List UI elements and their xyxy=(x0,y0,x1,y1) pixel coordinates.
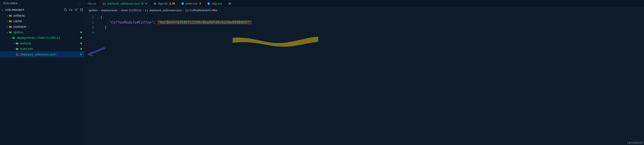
folder-row[interactable]: ›artifacts xyxy=(0,41,84,46)
folder-row[interactable]: ›artifacts xyxy=(0,13,84,18)
folder-row[interactable]: ›contracts xyxy=(0,24,84,29)
git-status-dot xyxy=(80,43,82,44)
tab-label: deployed_addresses.json xyxy=(107,2,140,5)
tab-label: nfig.cjs xyxy=(88,2,96,5)
chevron-down-icon: ⌄ xyxy=(6,31,9,34)
folder-row[interactable]: ›cache xyxy=(0,18,84,24)
tree-item-label: cache xyxy=(14,19,82,23)
svg-point-3 xyxy=(155,3,155,4)
project-actions xyxy=(64,8,83,11)
code-content[interactable]: { "CoffeeModule#Coffee": "0xC8644fA354D7… xyxy=(100,14,644,145)
css-icon: 3 xyxy=(181,2,184,5)
react-icon xyxy=(154,2,156,5)
tab[interactable]: { }deployed_addresses.jsonU✕ xyxy=(100,0,150,7)
tab[interactable] xyxy=(225,0,232,7)
folder-icon xyxy=(9,25,12,28)
chevron-right-icon: › xyxy=(99,9,100,12)
close-icon[interactable]: ✕ xyxy=(145,2,147,5)
tree-item-label: artifacts xyxy=(20,42,80,45)
svg-text:{ }: { } xyxy=(146,9,148,12)
refresh-icon[interactable] xyxy=(75,8,78,11)
tree-item-label: ignition xyxy=(14,30,80,34)
chevron-right-icon: › xyxy=(13,48,16,50)
tree-item-label: contracts xyxy=(14,25,82,29)
tab-label: App.tsx xyxy=(158,2,168,5)
svg-text:abc: abc xyxy=(186,10,188,11)
more-icon[interactable]: ··· xyxy=(78,2,81,5)
css-icon: 3 xyxy=(207,2,210,5)
json-icon: { } xyxy=(145,9,148,12)
breadcrumb: ignition›deployments›chain-11155111›{ }d… xyxy=(84,8,644,14)
breadcrumb-segment[interactable]: CoffeeModule#Coffee xyxy=(190,9,218,12)
tree-item-label: build-info xyxy=(20,47,80,51)
project-name: VITE-PROJECT xyxy=(5,9,24,11)
explorer-header: EXPLORER ··· xyxy=(0,0,84,7)
new-file-icon[interactable] xyxy=(64,8,67,11)
project-header[interactable]: ⌄ VITE-PROJECT xyxy=(0,7,84,13)
breadcrumb-segment[interactable]: deployments xyxy=(101,9,118,12)
tab[interactable]: 3index.css3 xyxy=(178,0,204,7)
tree-item-label: deployed_addresses.json xyxy=(20,53,80,56)
chevron-right-icon: › xyxy=(6,25,9,28)
explorer-sidebar: EXPLORER ··· ⌄ VITE-PROJECT ›artifacts›c… xyxy=(0,0,84,145)
chevron-right-icon: › xyxy=(6,14,9,17)
folder-row[interactable]: ⌄deployments / chain-11155111 xyxy=(0,35,84,41)
new-folder-icon[interactable] xyxy=(69,8,72,11)
react-icon xyxy=(228,2,231,5)
collapse-icon[interactable] xyxy=(80,8,83,11)
chevron-down-icon: ⌄ xyxy=(10,37,12,39)
abc-icon: abc xyxy=(186,9,188,12)
tab[interactable]: App.tsx3, M xyxy=(150,0,178,7)
chevron-right-icon: › xyxy=(6,20,9,23)
git-status-dot xyxy=(80,37,82,39)
chevron-right-icon: › xyxy=(143,9,144,12)
svg-text:3: 3 xyxy=(208,3,209,4)
code-editor[interactable]: 1 2 3 4 ⌄ { "CoffeeModule#Coffee": "0xC8… xyxy=(84,14,644,145)
git-status-untracked: U xyxy=(80,53,82,56)
tab-label: App.css xyxy=(212,2,222,5)
tab[interactable]: 3App.css xyxy=(204,0,225,7)
folder-row[interactable]: ›build-info xyxy=(0,46,84,52)
json-icon: { } xyxy=(103,2,106,5)
explorer-title: EXPLORER xyxy=(3,2,18,5)
chevron-down-icon[interactable]: ⌄ xyxy=(96,15,100,20)
folder-icon xyxy=(16,47,19,50)
svg-point-9 xyxy=(230,3,230,4)
chevron-down-icon: ⌄ xyxy=(1,9,4,11)
chevron-right-icon: › xyxy=(119,9,120,12)
line-gutter: 1 2 3 4 xyxy=(84,14,96,145)
editor-area: nfig.cjs{ }deployed_addresses.jsonU✕App.… xyxy=(84,0,644,145)
watermark: ▲ annotely.com xyxy=(627,141,643,144)
tab-label: index.css xyxy=(186,2,198,5)
tab-badge: U xyxy=(142,2,144,5)
breadcrumb-segment[interactable]: chain-11155111 xyxy=(121,9,142,12)
tab-badge: 3, M xyxy=(170,2,175,5)
breadcrumb-segment[interactable]: ignition xyxy=(88,9,98,12)
folder-open-icon xyxy=(12,36,16,39)
tab-badge: 3 xyxy=(200,2,201,5)
svg-text:3: 3 xyxy=(182,3,183,4)
fold-column: ⌄ xyxy=(96,14,100,145)
tree-item-label: deployments / chain-11155111 xyxy=(17,36,80,40)
tab[interactable]: nfig.cjs xyxy=(84,0,100,7)
folder-icon xyxy=(16,42,19,45)
folder-row[interactable]: ⌄ignition xyxy=(0,29,84,35)
svg-rect-0 xyxy=(80,9,83,11)
file-tree: ›artifacts›cache›contracts⌄ignition⌄depl… xyxy=(0,13,84,145)
chevron-right-icon: › xyxy=(13,42,16,45)
json-icon: { } xyxy=(16,53,19,56)
svg-text:{ }: { } xyxy=(16,53,18,56)
folder-icon xyxy=(9,20,12,23)
git-status-dot xyxy=(80,48,82,50)
tree-item-label: artifacts xyxy=(14,14,82,18)
folder-open-icon xyxy=(9,31,12,34)
tab-bar: nfig.cjs{ }deployed_addresses.jsonU✕App.… xyxy=(84,0,644,8)
file-row[interactable]: { }deployed_addresses.jsonU xyxy=(0,52,84,57)
git-status-dot xyxy=(80,31,82,33)
chevron-right-icon: › xyxy=(183,9,184,12)
folder-icon xyxy=(9,14,12,17)
svg-text:{ }: { } xyxy=(103,2,106,5)
breadcrumb-segment[interactable]: deployed_addresses.json xyxy=(150,9,182,12)
